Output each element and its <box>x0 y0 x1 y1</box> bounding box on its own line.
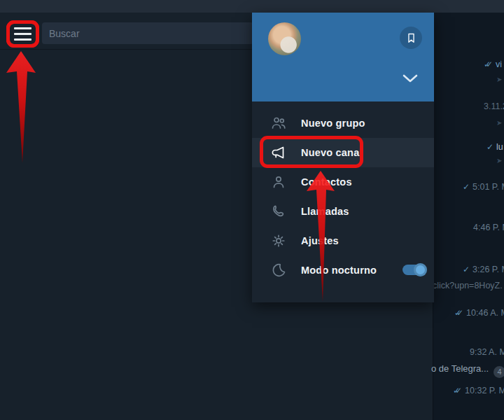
menu-item-label: Ajustes <box>301 235 339 246</box>
message-timestamp: 9:32 A. M <box>470 347 504 357</box>
message-timestamp: 4:46 P. M <box>473 223 504 232</box>
users-icon <box>270 115 287 132</box>
main-menu-dropdown: Nuevo grupoNuevo canalContactosLlamadasA… <box>252 13 434 302</box>
toggle-knob <box>414 263 427 276</box>
message-timestamp: ✓✓10:32 P. M <box>453 386 504 396</box>
read-check-icon: ✓✓ <box>454 308 458 318</box>
message-text-fragment: o de Telegra...4 <box>431 364 504 378</box>
user-icon <box>270 174 287 190</box>
telegram-desktop-window: { "colors": { "accent_red": "#e81313", "… <box>0 0 504 420</box>
sent-check-icon: ✓ <box>463 182 470 192</box>
menu-item-label: Contactos <box>301 176 352 188</box>
menu-profile-header <box>252 13 434 102</box>
bookmark-icon <box>405 32 417 44</box>
chat-message-area: ✓✓vi➤3.11.2➤✓lu➤✓5:01 P. M4:46 P. M✓3:26… <box>433 13 504 420</box>
menu-item-nuevo-canal[interactable]: Nuevo canal <box>252 138 434 167</box>
message-timestamp: ✓✓10:46 A. M <box>454 308 504 318</box>
sent-check-icon: ✓ <box>486 142 493 152</box>
saved-messages-button[interactable] <box>400 27 422 49</box>
phone-icon <box>270 203 287 220</box>
message-timestamp: ✓5:01 P. M <box>463 182 504 192</box>
menu-item-modo-nocturno[interactable]: Modo nocturno <box>252 255 434 285</box>
message-timestamp: ✓3:26 P. M <box>463 265 504 274</box>
menu-item-contactos[interactable]: Contactos <box>252 167 434 197</box>
chevron-down-icon[interactable] <box>401 71 419 85</box>
megaphone-icon <box>270 144 287 161</box>
menu-item-label: Nuevo canal <box>301 147 363 158</box>
hamburger-icon <box>14 27 31 41</box>
night-mode-toggle[interactable] <box>402 265 426 275</box>
message-text-fragment: click?upn=8HoyZ. <box>433 281 503 290</box>
window-titlebar <box>0 0 504 13</box>
main-menu-button[interactable] <box>6 20 39 48</box>
read-check-icon: ✓✓ <box>484 59 488 69</box>
profile-avatar[interactable] <box>268 22 301 55</box>
menu-item-nuevo-grupo[interactable]: Nuevo grupo <box>252 108 434 138</box>
search-input[interactable] <box>42 22 253 44</box>
moon-icon <box>270 262 287 279</box>
gear-icon <box>270 232 287 249</box>
menu-item-label: Llamadas <box>301 206 349 217</box>
menu-item-label: Modo nocturno <box>301 265 377 276</box>
menu-item-ajustes[interactable]: Ajustes <box>252 226 434 255</box>
sent-check-icon: ✓ <box>463 265 470 274</box>
forward-arrow-icon: ➤ <box>496 74 502 85</box>
menu-item-label: Nuevo grupo <box>301 118 365 129</box>
menu-item-llamadas[interactable]: Llamadas <box>252 197 434 226</box>
forward-arrow-icon: ➤ <box>496 155 502 166</box>
message-text-fragment: 3.11.2 <box>484 102 504 111</box>
menu-item-list: Nuevo grupoNuevo canalContactosLlamadasA… <box>252 108 434 285</box>
message-text-fragment: ✓✓vi <box>484 59 502 69</box>
forward-arrow-icon: ➤ <box>496 118 502 128</box>
unread-badge: 4 <box>493 366 504 378</box>
read-check-icon: ✓✓ <box>453 386 457 396</box>
message-text-fragment: ✓lu <box>486 142 503 152</box>
